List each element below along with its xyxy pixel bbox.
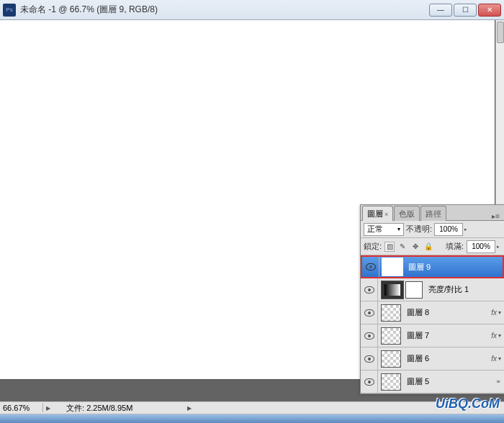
visibility-toggle[interactable] [361, 278, 378, 301]
visibility-toggle[interactable] [361, 324, 378, 347]
panel-menu-icon[interactable]: ▸≡ [489, 212, 503, 220]
zoom-menu-icon[interactable]: ▶ [43, 405, 53, 411]
opacity-value[interactable]: 100% [434, 223, 463, 236]
opacity-slider-icon[interactable]: ▸ [463, 227, 469, 232]
opacity-label: 不透明: [406, 224, 432, 235]
close-button[interactable]: ✕ [478, 4, 501, 17]
maximize-button[interactable]: ☐ [454, 4, 477, 17]
fill-slider-icon[interactable]: ▸ [495, 244, 501, 250]
fill-label: 填滿: [446, 241, 464, 252]
tab-layers[interactable]: 圖層× [362, 206, 393, 221]
minimize-button[interactable]: — [429, 4, 452, 17]
blend-opacity-row: 正常▾ 不透明: 100% ▸ [361, 221, 504, 238]
fx-badge[interactable]: fx [491, 309, 497, 317]
tab-paths[interactable]: 路徑 [420, 206, 446, 221]
layer-row[interactable]: 圖層 5 ⚭ [361, 370, 504, 394]
layer-name[interactable]: 圖層 7 [407, 330, 491, 341]
lock-fill-row: 鎖定: ▧ ✎ ✥ 🔒 填滿: 100% ▸ [361, 238, 504, 255]
layer-row[interactable]: 亮度/對比 1 [361, 278, 504, 301]
fx-expand-icon[interactable]: ▾ [498, 332, 501, 339]
fill-value[interactable]: 100% [467, 240, 495, 253]
chevron-down-icon: ▾ [397, 226, 400, 232]
fx-expand-icon[interactable]: ▾ [498, 355, 501, 362]
visibility-toggle[interactable] [361, 370, 378, 393]
layer-name[interactable]: 圖層 6 [407, 353, 491, 364]
layer-row[interactable]: 圖層 9 [361, 255, 504, 278]
eye-icon [364, 309, 374, 317]
close-tab-icon[interactable]: × [384, 211, 388, 218]
layers-list: 圖層 9 亮度/對比 1 圖層 8 fx▾ 圖層 7 fx▾ 圖層 6 fx▾ [361, 255, 504, 394]
fx-badge[interactable]: fx [491, 355, 497, 363]
lock-all-icon[interactable]: 🔒 [423, 242, 433, 252]
zoom-level[interactable]: 66.67% [0, 404, 43, 412]
layer-thumbnail[interactable] [381, 350, 401, 368]
lock-label: 鎖定: [364, 241, 382, 252]
layer-name[interactable]: 圖層 9 [408, 262, 503, 273]
watermark: UiBQ.CoM [436, 396, 500, 411]
eye-icon [364, 378, 374, 386]
layer-row[interactable]: 圖層 6 fx▾ [361, 347, 504, 370]
lock-transparency-icon[interactable]: ▧ [384, 242, 395, 252]
eye-icon [366, 263, 376, 270]
layer-mask-thumbnail[interactable] [405, 281, 423, 299]
visibility-toggle[interactable] [361, 347, 378, 370]
lock-position-icon[interactable]: ✥ [410, 242, 420, 252]
layer-name[interactable]: 圖層 8 [407, 307, 491, 318]
layer-name[interactable]: 亮度/對比 1 [428, 284, 504, 295]
app-icon: Ps [3, 4, 16, 17]
visibility-toggle[interactable] [361, 301, 378, 324]
layer-thumbnail[interactable] [381, 304, 401, 322]
window-titlebar: Ps 未命名 -1 @ 66.7% (圖層 9, RGB/8) — ☐ ✕ [0, 0, 504, 20]
link-icon: ⚭ [495, 378, 501, 386]
scrollbar-thumb[interactable] [497, 22, 504, 43]
layer-row[interactable]: 圖層 7 fx▾ [361, 324, 504, 347]
eye-icon [364, 286, 374, 294]
bottom-accent-bar [0, 414, 504, 423]
adjustment-thumbnail[interactable] [381, 281, 404, 299]
eye-icon [364, 355, 374, 363]
layer-thumbnail[interactable] [381, 327, 401, 345]
layer-row[interactable]: 圖層 8 fx▾ [361, 301, 504, 324]
lock-paint-icon[interactable]: ✎ [397, 242, 408, 252]
panel-tabs: 圖層× 色版 路徑 ▸≡ [361, 205, 504, 221]
eye-icon [364, 332, 374, 340]
visibility-toggle[interactable] [362, 257, 379, 277]
layer-name[interactable]: 圖層 5 [407, 376, 495, 387]
fx-badge[interactable]: fx [491, 332, 497, 340]
info-menu-icon[interactable]: ▶ [186, 405, 193, 411]
layer-thumbnail[interactable] [381, 373, 401, 391]
document-status-bar: 66.67% ▶ 文件: 2.25M/8.95M ▶ [0, 401, 504, 414]
file-size-label: 文件: 2.25M/8.95M [62, 403, 137, 414]
layer-thumbnail[interactable] [382, 258, 402, 276]
tab-channels[interactable]: 色版 [394, 206, 420, 221]
layers-panel: 圖層× 色版 路徑 ▸≡ 正常▾ 不透明: 100% ▸ 鎖定: ▧ ✎ ✥ 🔒… [360, 204, 504, 394]
window-title: 未命名 -1 @ 66.7% (圖層 9, RGB/8) [20, 4, 158, 16]
blend-mode-dropdown[interactable]: 正常▾ [364, 223, 404, 236]
fx-expand-icon[interactable]: ▾ [498, 309, 501, 316]
